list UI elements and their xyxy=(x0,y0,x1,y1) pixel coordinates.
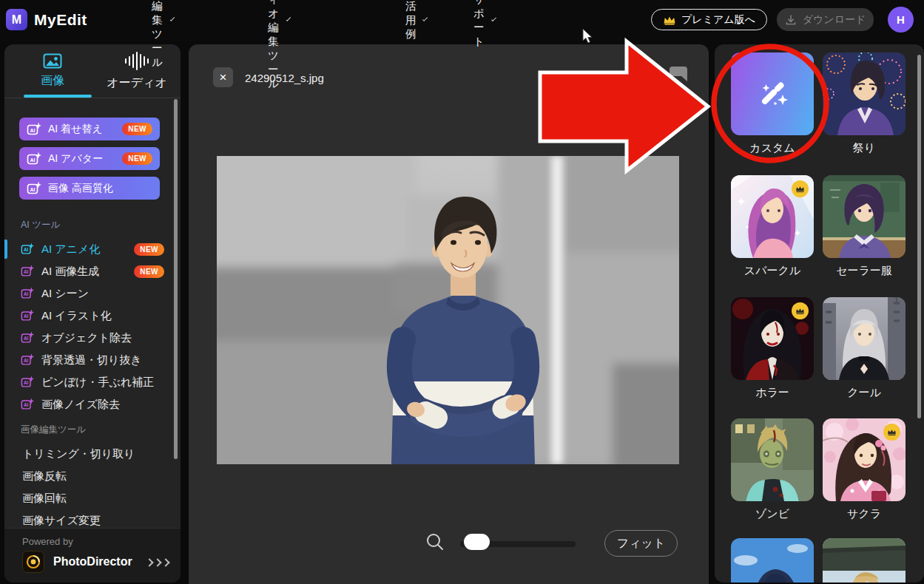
section-title: 画像編集ツール xyxy=(4,424,181,436)
nav-menu-use-cases[interactable]: 活用例 xyxy=(405,0,427,41)
sidebar-item-ai-image-gen[interactable]: AI AI 画像生成 NEW xyxy=(4,260,181,282)
sidebar-item-label: オブジェクト除去 xyxy=(41,331,132,345)
svg-text:AI: AI xyxy=(24,336,29,341)
sidebar-item-label: 画像サイズ変更 xyxy=(22,514,101,528)
sidebar-item-label: AI イラスト化 xyxy=(41,309,112,323)
fit-button[interactable]: フィット xyxy=(604,530,678,557)
style-tile-sparkle[interactable] xyxy=(731,175,814,258)
sidebar-item-label: 画像ノイズ除去 xyxy=(41,398,120,412)
style-tile-sailor[interactable] xyxy=(823,175,906,258)
ai-dress-up-button[interactable]: AI AI 着せ替え NEW xyxy=(19,118,160,140)
sidebar-item-label: トリミング・切り取り xyxy=(22,447,135,461)
nav-menu-label: 活用例 xyxy=(405,0,419,41)
tab-audio[interactable]: オーディオ xyxy=(93,44,181,98)
tab-image[interactable]: 画像 xyxy=(9,44,96,98)
svg-text:AI: AI xyxy=(24,291,29,296)
ai-sparkle-icon: AI xyxy=(21,242,34,256)
anime-styles-panel: カスタム 祭り xyxy=(715,44,924,583)
sidebar-item-object-removal[interactable]: AI オブジェクト除去 xyxy=(4,327,181,349)
new-badge: NEW xyxy=(122,123,152,135)
brand[interactable]: M MyEdit xyxy=(6,9,87,30)
sidebar-item-label: ピンぼけ・手ぶれ補正 xyxy=(41,376,154,390)
style-tile-horror[interactable] xyxy=(731,297,814,380)
ai-sparkle-icon: AI xyxy=(27,152,41,166)
close-image-button[interactable]: × xyxy=(213,67,233,87)
ai-avatar-button[interactable]: AI AI アバター NEW xyxy=(19,147,160,170)
photodirector-logo-icon xyxy=(22,551,44,573)
svg-text:AI: AI xyxy=(24,247,29,252)
sidebar-item-ai-scene[interactable]: AI AI シーン xyxy=(4,282,181,305)
nav-menu-audio-tools[interactable]: オーディオ編集ツール xyxy=(268,0,289,41)
promo-buttons: AI AI 着せ替え NEW AI AI アバター NEW AI xyxy=(19,118,164,206)
crown-icon xyxy=(663,15,676,25)
triple-chevron-icon[interactable] xyxy=(146,560,169,566)
promo-label: AI 着せ替え xyxy=(48,123,103,136)
download-button-label: ダウンロード xyxy=(803,13,866,27)
download-button[interactable]: ダウンロード xyxy=(777,8,874,31)
image-enhance-button[interactable]: AI 画像 高画質化 xyxy=(19,177,160,200)
ai-sparkle-icon: AI xyxy=(21,353,34,367)
style-label: サクラ xyxy=(823,507,906,521)
image-icon xyxy=(43,53,62,69)
sidebar-item-flip[interactable]: 画像反転 xyxy=(4,465,181,487)
sidebar-item-label: 画像回転 xyxy=(22,492,67,506)
styles-panel-scrollbar[interactable] xyxy=(917,55,921,418)
sidebar-item-label: 背景透過・切り抜き xyxy=(41,353,142,367)
sidebar-scrollbar[interactable] xyxy=(174,99,178,459)
style-label: ホラー xyxy=(731,386,814,400)
download-icon xyxy=(785,14,797,26)
style-tile-partial-1[interactable] xyxy=(731,538,814,583)
ai-tools-section: AI ツール AI AI アニメ化 NEW AI AI 画像生成 NEW xyxy=(4,219,181,415)
new-badge: NEW xyxy=(134,265,164,278)
chevron-down-icon xyxy=(170,16,175,21)
svg-text:AI: AI xyxy=(30,157,36,162)
style-tile-partial-2[interactable] xyxy=(823,538,906,583)
nav-menu-image-tools[interactable]: 画像編集ツール xyxy=(152,0,173,41)
image-filename: 24290512_s.jpg xyxy=(245,72,324,84)
sidebar-item-crop[interactable]: トリミング・切り取り xyxy=(4,443,181,465)
new-badge: NEW xyxy=(134,243,164,256)
style-tile-matsuri[interactable] xyxy=(823,52,906,135)
sidebar-item-label: AI アニメ化 xyxy=(41,242,100,257)
tab-audio-label: オーディオ xyxy=(107,75,167,91)
sidebar-item-label: 画像反転 xyxy=(22,469,67,483)
powered-by-label: Powered by xyxy=(22,536,73,547)
style-tile-zombie[interactable] xyxy=(731,418,814,501)
powered-by-panel: Powered by PhotoDirector xyxy=(4,528,181,583)
nav-menu-label: オーディオ編集ツール xyxy=(268,0,283,91)
zoom-slider-handle[interactable] xyxy=(464,534,490,550)
style-tile-custom[interactable] xyxy=(731,52,814,135)
left-sidebar: 画像 オーディオ AI AI 着せ替え NEW xyxy=(4,44,181,583)
sidebar-item-ai-anime[interactable]: AI AI アニメ化 NEW xyxy=(4,238,181,260)
photodirector-brand[interactable]: PhotoDirector xyxy=(53,555,132,568)
style-label: カスタム xyxy=(731,141,814,155)
style-label: セーラー服 xyxy=(823,264,906,278)
waveform-icon xyxy=(125,52,149,71)
style-tile-sakura[interactable] xyxy=(823,418,906,501)
svg-text:AI: AI xyxy=(30,186,36,191)
compare-icon[interactable] xyxy=(668,62,692,89)
edit-tools-section: 画像編集ツール トリミング・切り取り 画像反転 画像回転 画像サイズ変更 xyxy=(4,424,181,532)
editor-canvas: × 24290512_s.jpg xyxy=(189,44,709,584)
user-avatar[interactable]: H xyxy=(888,7,914,33)
top-navbar: M MyEdit 画像編集ツール オーディオ編集ツール 活用例 サポート xyxy=(0,0,924,41)
sidebar-item-label: AI 画像生成 xyxy=(41,265,99,279)
premium-crown-badge xyxy=(792,302,809,319)
sidebar-item-deblur[interactable]: AI ピンぼけ・手ぶれ補正 xyxy=(4,371,181,393)
ai-sparkle-icon: AI xyxy=(21,398,34,411)
sidebar-item-ai-illustration[interactable]: AI AI イラスト化 xyxy=(4,305,181,327)
nav-menu-support[interactable]: サポート xyxy=(473,0,495,41)
style-label: スパークル xyxy=(731,264,814,278)
svg-text:AI: AI xyxy=(24,380,29,385)
svg-text:AI: AI xyxy=(24,358,29,363)
style-tile-cool[interactable] xyxy=(823,297,906,380)
premium-button[interactable]: プレミアム版へ xyxy=(651,9,767,30)
premium-crown-badge xyxy=(883,424,900,441)
ai-sparkle-icon: AI xyxy=(27,181,41,196)
sidebar-item-denoise[interactable]: AI 画像ノイズ除去 xyxy=(4,393,181,415)
nav-menu-label: サポート xyxy=(473,0,488,49)
brand-name: MyEdit xyxy=(34,11,87,29)
sidebar-item-background-removal[interactable]: AI 背景透過・切り抜き xyxy=(4,349,181,371)
premium-crown-badge xyxy=(792,180,809,197)
sidebar-item-rotate[interactable]: 画像回転 xyxy=(4,487,181,509)
